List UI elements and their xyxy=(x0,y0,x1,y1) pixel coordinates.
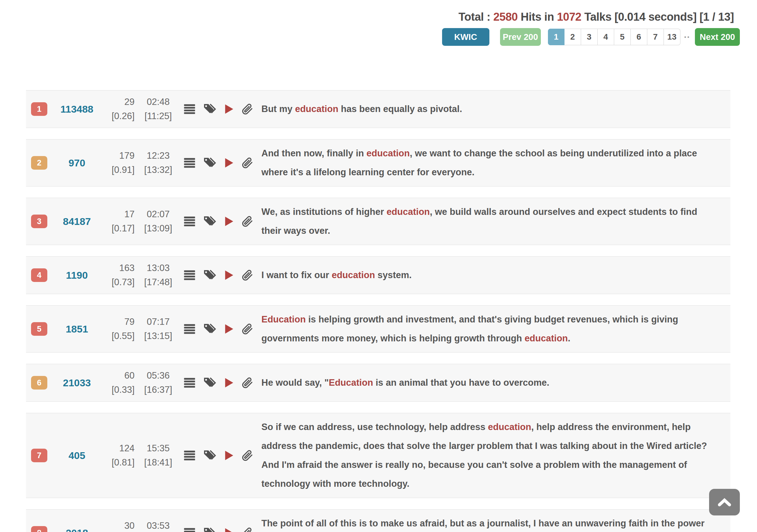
talk-id-link[interactable]: 21033 xyxy=(47,377,106,389)
play-button[interactable] xyxy=(225,158,234,168)
badge-cell: 3 xyxy=(26,215,47,228)
prev-200-button[interactable]: Prev 200 xyxy=(500,28,541,46)
hit-time: 03:53 xyxy=(136,519,180,532)
scroll-to-top-button[interactable] xyxy=(709,489,740,516)
result-number-badge: 4 xyxy=(31,268,47,282)
page-button-6[interactable]: 6 xyxy=(631,29,647,45)
hit-time: 13:03 xyxy=(136,261,180,275)
list-icon xyxy=(184,270,195,280)
keyword-highlight: education xyxy=(386,207,430,217)
time-cell: 07:17 [13:15] xyxy=(136,315,180,343)
tags-button[interactable] xyxy=(203,216,217,227)
position-cell: 124 [0.81] xyxy=(106,441,135,470)
sentence-text: So if we can address, use technology, he… xyxy=(261,418,730,493)
talk-duration: [16:37] xyxy=(136,383,180,397)
tags-button[interactable] xyxy=(203,157,217,169)
transcript-list-button[interactable] xyxy=(184,216,195,226)
talk-id-link[interactable]: 113488 xyxy=(47,103,106,115)
attachment-button[interactable] xyxy=(241,323,253,335)
total-label: Total : xyxy=(458,11,493,23)
position-cell: 17 [0.17] xyxy=(106,207,135,236)
page-button-5[interactable]: 5 xyxy=(614,29,631,45)
result-row: 6 21033 60 [0.33] 05:36 [16:37] xyxy=(26,364,730,402)
keyword-highlight: education xyxy=(488,422,531,432)
pagination-toolbar: KWIC Prev 200 123456713 ·· Next 200 xyxy=(0,28,740,46)
hit-count: 163 xyxy=(106,261,135,275)
attachment-button[interactable] xyxy=(241,450,253,461)
page-button-3[interactable]: 3 xyxy=(581,29,598,45)
total-talks-count: 1072 xyxy=(557,11,581,23)
talk-id-link[interactable]: 1190 xyxy=(47,270,106,281)
hit-ratio: [0.26] xyxy=(106,109,135,123)
talk-duration: [11:25] xyxy=(136,109,180,123)
attachment-button[interactable] xyxy=(241,527,253,532)
play-button[interactable] xyxy=(225,528,234,532)
tags-button[interactable] xyxy=(203,377,217,389)
badge-cell: 6 xyxy=(26,376,47,390)
transcript-list-button[interactable] xyxy=(184,451,195,460)
hit-count: 60 xyxy=(106,369,135,383)
tags-icon xyxy=(203,377,217,389)
paperclip-icon xyxy=(241,323,253,335)
position-cell: 79 [0.55] xyxy=(106,315,135,343)
sentence-text: I want to fix our education system. xyxy=(261,266,730,284)
page-button-2[interactable]: 2 xyxy=(564,29,581,45)
sentence-segment: He would say, " xyxy=(261,377,329,388)
hit-ratio: [0.81] xyxy=(106,456,135,470)
list-icon xyxy=(184,158,195,168)
attachment-button[interactable] xyxy=(241,103,253,115)
play-icon xyxy=(225,528,234,532)
tags-button[interactable] xyxy=(203,323,217,335)
talk-id-link[interactable]: 405 xyxy=(47,450,106,461)
tags-button[interactable] xyxy=(203,450,217,461)
next-200-button[interactable]: Next 200 xyxy=(695,28,740,46)
play-button[interactable] xyxy=(225,451,234,460)
sentence-segment: I want to fix our xyxy=(261,270,332,280)
page-button-13[interactable]: 13 xyxy=(664,29,681,45)
play-icon xyxy=(225,378,234,388)
hit-count: 124 xyxy=(106,441,135,456)
transcript-list-button[interactable] xyxy=(184,104,195,114)
badge-cell: 5 xyxy=(26,322,47,336)
result-row: 7 405 124 [0.81] 15:35 [18:41] xyxy=(26,413,730,498)
result-row: 8 2018 30 [0.83] 03:53 [04:19] xyxy=(26,509,730,532)
time-cell: 02:48 [11:25] xyxy=(136,95,180,123)
attachment-button[interactable] xyxy=(241,269,253,281)
hit-count: 30 xyxy=(106,519,135,532)
attachment-button[interactable] xyxy=(241,157,253,169)
time-cell: 13:03 [17:48] xyxy=(136,261,180,289)
play-button[interactable] xyxy=(225,378,234,388)
tags-icon xyxy=(203,269,217,281)
play-button[interactable] xyxy=(225,104,234,114)
page-button-4[interactable]: 4 xyxy=(598,29,614,45)
transcript-list-button[interactable] xyxy=(184,528,195,532)
time-cell: 03:53 [04:19] xyxy=(136,519,180,532)
talk-id-link[interactable]: 2018 xyxy=(47,527,106,532)
time-cell: 15:35 [18:41] xyxy=(136,441,180,470)
tags-button[interactable] xyxy=(203,103,217,115)
talk-duration: [18:41] xyxy=(136,456,180,470)
attachment-button[interactable] xyxy=(241,216,253,227)
transcript-list-button[interactable] xyxy=(184,158,195,168)
sentence-text: And then now, finally in education, we w… xyxy=(261,144,730,182)
pagination-ellipsis: ·· xyxy=(684,32,690,43)
talk-id-link[interactable]: 970 xyxy=(47,157,106,169)
list-icon xyxy=(184,378,195,388)
sentence-segment: has been equally as pivotal. xyxy=(338,104,462,114)
play-button[interactable] xyxy=(225,324,234,334)
transcript-list-button[interactable] xyxy=(184,324,195,334)
page-button-7[interactable]: 7 xyxy=(647,29,664,45)
tags-button[interactable] xyxy=(203,527,217,532)
tags-button[interactable] xyxy=(203,269,217,281)
transcript-list-button[interactable] xyxy=(184,378,195,388)
transcript-list-button[interactable] xyxy=(184,270,195,280)
play-button[interactable] xyxy=(225,216,234,226)
talk-id-link[interactable]: 1851 xyxy=(47,323,106,335)
play-button[interactable] xyxy=(225,270,234,280)
kwic-button[interactable]: KWIC xyxy=(442,28,489,46)
paperclip-icon xyxy=(241,377,253,389)
page-button-1[interactable]: 1 xyxy=(548,29,564,45)
tags-icon xyxy=(203,527,217,532)
talk-id-link[interactable]: 84187 xyxy=(47,216,106,227)
attachment-button[interactable] xyxy=(241,377,253,389)
